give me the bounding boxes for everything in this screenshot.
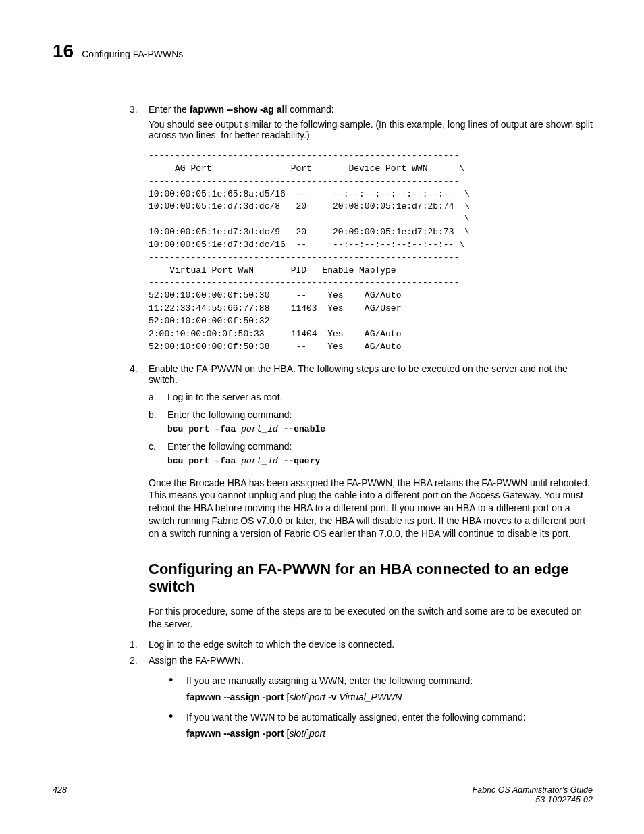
step-number: 2. [130,655,138,666]
step-3-command: fapwwn --show -ag all [190,104,288,115]
substep-b-text: Enter the following command: [167,409,292,420]
step-number: 4. [130,363,138,374]
footer-right: Fabric OS Administrator's Guide 53-10027… [473,785,593,804]
chapter-number: 16 [53,41,74,62]
step-3: 3. Enter the fapwwn --show -ag all comma… [149,104,593,354]
substep-c-command: bcu port –faa port_id --query [167,456,593,466]
section2-step-1: 1. Log in to the edge switch to which th… [149,639,593,650]
cmd-post: --enable [278,424,325,434]
bullet-1-text: If you are manually assigning a WWN, ent… [186,675,473,686]
cmd-it: port [309,728,325,739]
bullet-2: • If you want the WWN to be automaticall… [186,712,593,723]
cmd-pre: bcu port –faa [167,424,241,434]
step-4-text: Enable the FA-PWWN on the HBA. The follo… [149,363,568,385]
step-number: 1. [130,639,138,650]
cmd-mid: -v [325,692,339,702]
page-footer: 428 Fabric OS Administrator's Guide 53-1… [53,785,593,804]
section2-step-2: 2. Assign the FA-PWWN. • If you are manu… [149,655,593,739]
step-1-text: Log in to the edge switch to which the d… [149,639,394,650]
substep-c: c. Enter the following command: [167,441,593,452]
page-header: 16 Configuring FA-PWWNs [53,41,593,62]
substep-c-text: Enter the following command: [167,441,292,452]
cmd-arg: port_id [241,456,278,466]
bullet-icon: • [169,675,173,685]
cmd-mid: /] [304,692,309,702]
substep-mark: a. [149,392,157,402]
substep-b-command: bcu port –faa port_id --enable [167,424,593,434]
paragraph-after-steps: Once the Brocade HBA has been assigned t… [149,477,593,540]
step-3-output: ----------------------------------------… [149,150,593,354]
step-3-text-suffix: command: [287,104,333,115]
cmd-bold: fapwwn --assign -port [186,692,284,702]
cmd-pre: bcu port –faa [167,456,241,466]
cmd-it: Virtual_PWWN [339,692,402,702]
substep-mark: c. [149,441,156,452]
substep-a-text: Log in to the server as root. [167,392,282,402]
cmd-bold: fapwwn --assign -port [186,728,284,739]
doc-number: 53-1002745-02 [535,795,593,804]
substep-a: a. Log in to the server as root. [167,392,593,402]
bullet-1-command: fapwwn --assign -port [slot/]port -v Vir… [186,692,593,702]
cmd-it: slot [289,692,304,702]
substep-b: b. Enter the following command: [167,409,593,420]
section-heading: Configuring an FA-PWWN for an HBA connec… [149,561,593,596]
step-3-text-prefix: Enter the [149,104,190,115]
cmd-it: port [309,692,325,702]
cmd-post: --query [278,456,320,466]
doc-title: Fabric OS Administrator's Guide [473,785,593,795]
step-3-note: You should see output similar to the fol… [149,119,593,140]
bullet-icon: • [169,712,173,721]
step-number: 3. [130,104,138,115]
page: 16 Configuring FA-PWWNs 3. Enter the fap… [0,0,644,834]
section-intro: For this procedure, some of the steps ar… [149,605,593,631]
chapter-title: Configuring FA-PWWNs [82,49,183,59]
cmd-it: slot [289,728,304,739]
bullet-2-command: fapwwn --assign -port [slot/]port [186,728,593,739]
cmd-mid: /] [304,728,309,739]
substep-mark: b. [149,409,157,420]
page-number: 428 [53,785,67,804]
cmd-arg: port_id [241,424,278,434]
step-2-text: Assign the FA-PWWN. [149,655,244,666]
bullet-2-text: If you want the WWN to be automatically … [186,712,526,723]
step-4: 4. Enable the FA-PWWN on the HBA. The fo… [149,363,593,466]
bullet-1: • If you are manually assigning a WWN, e… [186,675,593,686]
